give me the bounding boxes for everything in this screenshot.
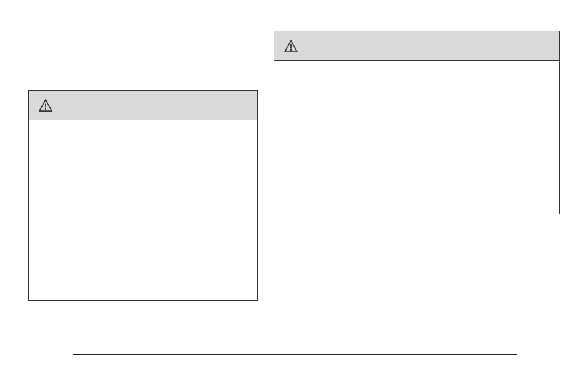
warning-panel-left [28,90,258,301]
warning-panel-right-header [274,31,559,61]
warning-icon [284,40,298,52]
warning-panel-left-header [29,91,257,120]
warning-panel-right-body [274,61,559,76]
warning-panel-left-body [29,120,257,135]
warning-panel-right [274,31,560,214]
warning-icon [39,99,52,112]
svg-point-3 [290,49,292,50]
horizontal-divider [73,354,517,355]
svg-point-1 [45,108,46,109]
